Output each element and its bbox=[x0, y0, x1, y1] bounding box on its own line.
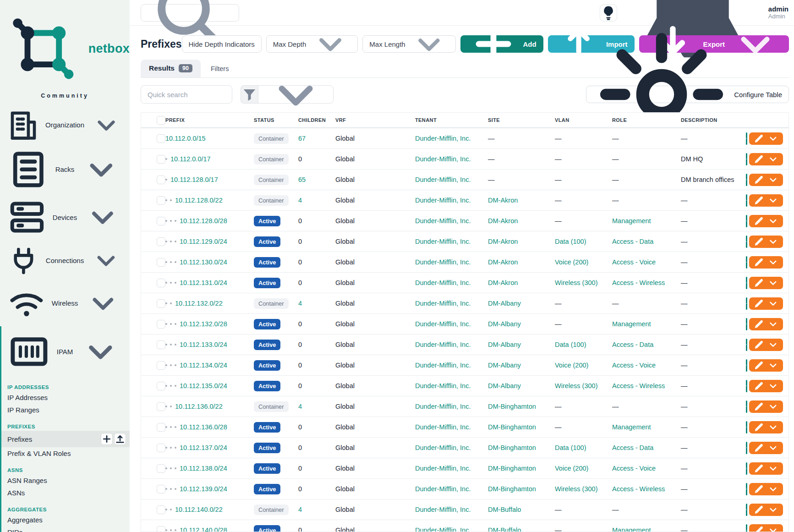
site-link[interactable]: DM-Binghamton bbox=[488, 423, 536, 431]
max-depth-dropdown[interactable]: Max Depth bbox=[266, 35, 358, 53]
select-all-checkbox[interactable] bbox=[157, 116, 165, 125]
tenant-link[interactable]: Dunder-Mifflin, Inc. bbox=[415, 465, 471, 472]
copy-button[interactable] bbox=[746, 256, 747, 269]
tenant-link[interactable]: Dunder-Mifflin, Inc. bbox=[415, 362, 471, 369]
column-header-children[interactable]: CHILDREN bbox=[298, 117, 335, 123]
copy-button[interactable] bbox=[746, 504, 747, 516]
edit-button[interactable] bbox=[749, 524, 783, 532]
site-link[interactable]: DM-Albany bbox=[488, 382, 521, 389]
copy-button[interactable] bbox=[746, 215, 747, 227]
edit-button[interactable] bbox=[749, 400, 783, 413]
site-link[interactable]: DM-Binghamton bbox=[488, 465, 536, 472]
role-link[interactable]: Access - Data bbox=[612, 238, 653, 245]
edit-button[interactable] bbox=[749, 318, 783, 330]
row-checkbox[interactable] bbox=[157, 423, 165, 432]
sidebar-item-racks[interactable]: Racks bbox=[0, 145, 130, 194]
prefix-link[interactable]: 10.112.128.0/17 bbox=[170, 176, 218, 183]
row-checkbox[interactable] bbox=[157, 134, 165, 143]
role-link[interactable]: Management bbox=[612, 423, 651, 431]
tenant-link[interactable]: Dunder-Mifflin, Inc. bbox=[415, 423, 471, 431]
copy-button[interactable] bbox=[746, 174, 747, 186]
site-link[interactable]: DM-Binghamton bbox=[488, 403, 536, 410]
edit-button[interactable] bbox=[749, 256, 783, 269]
copy-button[interactable] bbox=[746, 359, 747, 372]
column-header-role[interactable]: ROLE bbox=[612, 117, 681, 123]
sidebar-item-ip-ranges[interactable]: IP Ranges bbox=[1, 404, 130, 416]
prefix-link[interactable]: 10.112.137.0/24 bbox=[180, 444, 227, 451]
copy-button[interactable] bbox=[746, 297, 747, 310]
site-link[interactable]: DM-Albany bbox=[488, 320, 521, 328]
row-checkbox[interactable] bbox=[157, 279, 165, 287]
prefix-link[interactable]: 10.112.128.0/28 bbox=[180, 217, 227, 225]
edit-button[interactable] bbox=[749, 380, 783, 392]
row-checkbox[interactable] bbox=[157, 176, 165, 184]
tenant-link[interactable]: Dunder-Mifflin, Inc. bbox=[415, 300, 471, 307]
role-link[interactable]: Access - Voice bbox=[612, 465, 656, 472]
role-link[interactable]: Access - Wireless bbox=[612, 382, 665, 389]
row-checkbox[interactable] bbox=[157, 505, 165, 514]
row-checkbox[interactable] bbox=[157, 361, 165, 370]
copy-button[interactable] bbox=[746, 462, 747, 475]
row-checkbox[interactable] bbox=[157, 217, 165, 225]
role-link[interactable]: Management bbox=[612, 527, 651, 532]
copy-button[interactable] bbox=[746, 318, 747, 330]
site-link[interactable]: DM-Albany bbox=[488, 362, 521, 369]
edit-button[interactable] bbox=[749, 442, 783, 454]
sidebar-item-ipam[interactable]: IPAM bbox=[1, 326, 130, 377]
children-link[interactable]: 67 bbox=[298, 135, 306, 142]
row-checkbox[interactable] bbox=[157, 444, 165, 452]
sidebar-item-ip-addresses[interactable]: IP Addresses bbox=[1, 391, 130, 404]
row-checkbox[interactable] bbox=[157, 196, 165, 205]
edit-button[interactable] bbox=[749, 132, 783, 145]
edit-button[interactable] bbox=[749, 339, 783, 351]
tenant-link[interactable]: Dunder-Mifflin, Inc. bbox=[415, 279, 471, 286]
sidebar-item-wireless[interactable]: Wireless bbox=[0, 280, 130, 326]
role-link[interactable]: Access - Wireless bbox=[612, 279, 665, 286]
tenant-link[interactable]: Dunder-Mifflin, Inc. bbox=[415, 238, 471, 245]
column-header-vlan[interactable]: VLAN bbox=[555, 117, 612, 123]
row-checkbox[interactable] bbox=[157, 485, 165, 494]
vlan-link[interactable]: Wireless (300) bbox=[555, 485, 597, 493]
row-checkbox[interactable] bbox=[157, 340, 165, 349]
tenant-link[interactable]: Dunder-Mifflin, Inc. bbox=[415, 176, 471, 183]
site-link[interactable]: DM-Buffalo bbox=[488, 527, 521, 532]
column-header-tenant[interactable]: TENANT bbox=[415, 117, 488, 123]
prefix-link[interactable]: 10.112.0.0/15 bbox=[165, 135, 206, 142]
tenant-link[interactable]: Dunder-Mifflin, Inc. bbox=[415, 485, 471, 493]
sidebar-item-asns[interactable]: ASNs bbox=[1, 487, 130, 499]
tab-results[interactable]: Results 90 bbox=[141, 60, 201, 77]
role-link[interactable]: Access - Voice bbox=[612, 258, 656, 266]
prefix-link[interactable]: 10.112.130.0/24 bbox=[180, 258, 227, 266]
site-link[interactable]: DM-Akron bbox=[488, 217, 518, 225]
edit-button[interactable] bbox=[749, 236, 783, 248]
row-checkbox[interactable] bbox=[157, 155, 165, 164]
copy-button[interactable] bbox=[746, 153, 747, 165]
prefix-link[interactable]: 10.112.135.0/24 bbox=[180, 382, 227, 389]
sidebar-item-prefix-vlan-roles[interactable]: Prefix & VLAN Roles bbox=[1, 447, 130, 460]
edit-button[interactable] bbox=[749, 462, 783, 475]
sidebar-item-devices[interactable]: Devices bbox=[0, 194, 130, 241]
vlan-link[interactable]: Wireless (300) bbox=[555, 382, 597, 389]
sidebar-item-aggregates[interactable]: Aggregates bbox=[1, 514, 130, 526]
children-link[interactable]: 4 bbox=[298, 403, 302, 410]
edit-button[interactable] bbox=[749, 215, 783, 227]
copy-button[interactable] bbox=[746, 421, 747, 433]
vlan-link[interactable]: Voice (200) bbox=[555, 362, 588, 369]
quick-search-input[interactable] bbox=[141, 85, 232, 104]
edit-button[interactable] bbox=[749, 277, 783, 289]
prefix-link[interactable]: 10.112.0.0/17 bbox=[170, 155, 211, 163]
role-link[interactable]: Management bbox=[612, 217, 651, 225]
children-link[interactable]: 4 bbox=[298, 506, 302, 513]
site-link[interactable]: DM-Akron bbox=[488, 258, 518, 266]
column-header-description[interactable]: DESCRIPTION bbox=[681, 117, 746, 123]
prefix-link[interactable]: 10.112.136.0/22 bbox=[175, 403, 223, 410]
edit-button[interactable] bbox=[749, 421, 783, 433]
row-checkbox[interactable] bbox=[157, 299, 165, 308]
copy-button[interactable] bbox=[746, 442, 747, 454]
prefix-link[interactable]: 10.112.133.0/24 bbox=[180, 341, 227, 348]
vlan-link[interactable]: Voice (200) bbox=[555, 465, 588, 472]
max-length-dropdown[interactable]: Max Length bbox=[362, 35, 455, 53]
tenant-link[interactable]: Dunder-Mifflin, Inc. bbox=[415, 197, 471, 204]
copy-button[interactable] bbox=[746, 132, 747, 145]
row-checkbox[interactable] bbox=[157, 237, 165, 246]
